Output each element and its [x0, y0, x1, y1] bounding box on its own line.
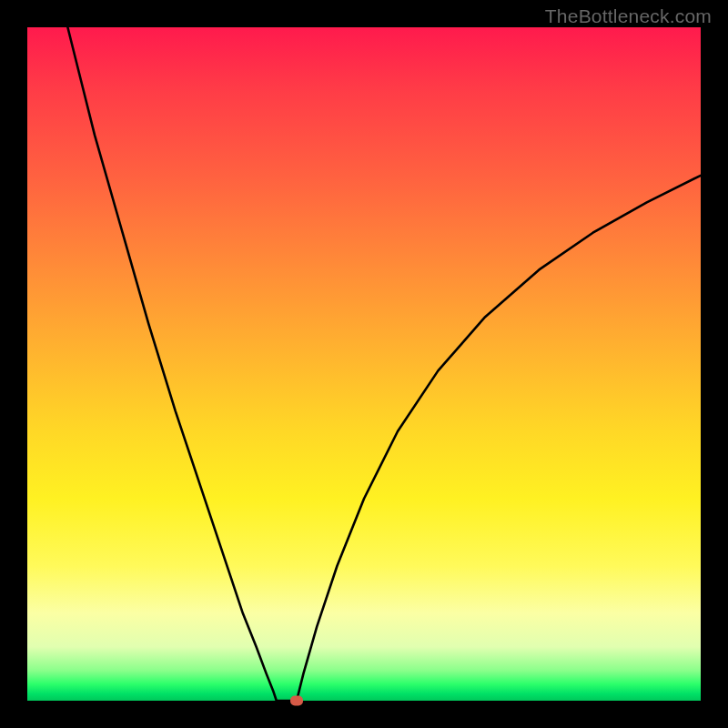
bottleneck-curve — [27, 27, 701, 701]
curve-path — [67, 27, 701, 701]
watermark-text: TheBottleneck.com — [545, 5, 712, 27]
plot-area — [27, 27, 701, 701]
minimum-marker — [290, 696, 303, 706]
outer-frame: TheBottleneck.com — [0, 0, 728, 728]
